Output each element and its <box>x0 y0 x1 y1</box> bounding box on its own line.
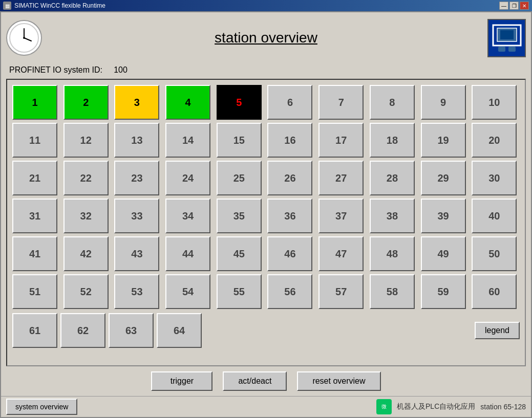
station-btn-15[interactable]: 15 <box>217 123 262 158</box>
station-btn-47[interactable]: 47 <box>318 236 364 271</box>
station-btn-40[interactable]: 40 <box>472 199 517 233</box>
last-row: 61626364 legend <box>12 313 520 348</box>
station-btn-26[interactable]: 26 <box>267 161 312 195</box>
restore-button[interactable]: ❐ <box>509 2 519 10</box>
station-btn-36[interactable]: 36 <box>267 199 312 233</box>
station-btn-59[interactable]: 59 <box>421 274 466 309</box>
main-window: station overview PROFINET IO system ID: … <box>0 11 532 418</box>
station-btn-39[interactable]: 39 <box>421 199 466 233</box>
station-btn-29[interactable]: 29 <box>421 161 466 195</box>
station-btn-13[interactable]: 13 <box>114 123 159 158</box>
minimize-button[interactable]: — <box>499 2 508 10</box>
station-btn-9[interactable]: 9 <box>421 85 466 120</box>
title-bar: ▦ SIMATIC WinCC flexible Runtime — ❐ ✕ <box>0 0 532 11</box>
trigger-button[interactable]: trigger <box>151 371 212 391</box>
station-btn-53[interactable]: 53 <box>114 274 159 309</box>
station-btn-49[interactable]: 49 <box>421 236 466 271</box>
station-btn-43[interactable]: 43 <box>114 236 159 271</box>
title-bar-text: SIMATIC WinCC flexible Runtime <box>14 2 105 9</box>
station-btn-11[interactable]: 11 <box>12 123 57 158</box>
station-btn-4[interactable]: 4 <box>165 85 210 120</box>
station-btn-61[interactable]: 61 <box>12 313 57 348</box>
app-icon: ▦ <box>3 2 11 10</box>
reset-overview-button[interactable]: reset overview <box>297 371 380 391</box>
station-btn-52[interactable]: 52 <box>63 274 109 309</box>
station-btn-20[interactable]: 20 <box>472 123 517 158</box>
station-btn-1[interactable]: 1 <box>12 85 57 120</box>
last-row-buttons: 61626364 <box>12 313 202 348</box>
window-controls: — ❐ ✕ <box>499 2 529 10</box>
svg-point-3 <box>23 37 25 39</box>
station-btn-37[interactable]: 37 <box>318 199 364 233</box>
station-btn-23[interactable]: 23 <box>114 161 159 195</box>
station-btn-33[interactable]: 33 <box>114 199 159 233</box>
station-btn-45[interactable]: 45 <box>217 236 262 271</box>
station-btn-60[interactable]: 60 <box>472 274 517 309</box>
station-btn-46[interactable]: 46 <box>267 236 312 271</box>
station-btn-44[interactable]: 44 <box>165 236 210 271</box>
station-btn-3[interactable]: 3 <box>114 85 159 120</box>
station-btn-35[interactable]: 35 <box>217 199 262 233</box>
station-btn-51[interactable]: 51 <box>12 274 57 309</box>
station-btn-24[interactable]: 24 <box>165 161 210 195</box>
station-btn-42[interactable]: 42 <box>63 236 109 271</box>
station-btn-17[interactable]: 17 <box>318 123 364 158</box>
station-btn-48[interactable]: 48 <box>370 236 415 271</box>
clock-icon <box>6 20 42 56</box>
station-btn-5[interactable]: 5 <box>217 85 262 120</box>
station-btn-2[interactable]: 2 <box>63 85 109 120</box>
title-bar-left: ▦ SIMATIC WinCC flexible Runtime <box>3 2 105 10</box>
station-btn-10[interactable]: 10 <box>472 85 517 120</box>
station-btn-62[interactable]: 62 <box>60 313 105 348</box>
station-btn-50[interactable]: 50 <box>472 236 517 271</box>
svg-rect-9 <box>508 47 516 52</box>
svg-rect-7 <box>500 30 514 39</box>
station-btn-27[interactable]: 27 <box>318 161 364 195</box>
station-btn-16[interactable]: 16 <box>267 123 312 158</box>
station-btn-64[interactable]: 64 <box>157 313 202 348</box>
footer: system overview 微 机器人及PLC自动化应用 station 6… <box>1 396 531 417</box>
station-btn-34[interactable]: 34 <box>165 199 210 233</box>
page-info: station 65-128 <box>480 403 526 411</box>
legend-button[interactable]: legend <box>475 322 520 339</box>
profinet-label: PROFINET IO system ID: <box>9 65 102 74</box>
station-btn-31[interactable]: 31 <box>12 199 57 233</box>
page-title: station overview <box>215 30 317 46</box>
station-btn-28[interactable]: 28 <box>370 161 415 195</box>
header: station overview <box>1 12 531 63</box>
profinet-value: 100 <box>114 65 127 74</box>
station-btn-14[interactable]: 14 <box>165 123 210 158</box>
station-btn-63[interactable]: 63 <box>109 313 154 348</box>
station-btn-22[interactable]: 22 <box>63 161 109 195</box>
station-btn-7[interactable]: 7 <box>318 85 364 120</box>
station-grid: 1234567891011121314151617181920212223242… <box>12 85 520 309</box>
station-btn-21[interactable]: 21 <box>12 161 57 195</box>
station-btn-58[interactable]: 58 <box>370 274 415 309</box>
act-deact-button[interactable]: act/deact <box>223 371 287 391</box>
station-btn-30[interactable]: 30 <box>472 161 517 195</box>
station-btn-38[interactable]: 38 <box>370 199 415 233</box>
station-btn-54[interactable]: 54 <box>165 274 210 309</box>
close-button[interactable]: ✕ <box>520 2 529 10</box>
bottom-toolbar: trigger act/deact reset overview <box>1 366 531 396</box>
station-btn-32[interactable]: 32 <box>63 199 109 233</box>
footer-right: 微 机器人及PLC自动化应用 station 65-128 <box>376 399 526 414</box>
header-logo <box>487 19 526 57</box>
station-btn-18[interactable]: 18 <box>370 123 415 158</box>
station-btn-41[interactable]: 41 <box>12 236 57 271</box>
station-btn-12[interactable]: 12 <box>63 123 109 158</box>
svg-rect-8 <box>498 47 505 52</box>
station-btn-6[interactable]: 6 <box>267 85 312 120</box>
station-btn-25[interactable]: 25 <box>217 161 262 195</box>
station-btn-56[interactable]: 56 <box>267 274 312 309</box>
station-btn-8[interactable]: 8 <box>370 85 415 120</box>
grid-container: 1234567891011121314151617181920212223242… <box>6 79 526 366</box>
profinet-bar: PROFINET IO system ID: 100 <box>1 63 531 79</box>
system-overview-button[interactable]: system overview <box>6 399 77 415</box>
station-btn-19[interactable]: 19 <box>421 123 466 158</box>
station-btn-57[interactable]: 57 <box>318 274 364 309</box>
watermark-text: 机器人及PLC自动化应用 <box>397 402 475 411</box>
wechat-logo: 微 <box>376 399 392 414</box>
station-btn-55[interactable]: 55 <box>217 274 262 309</box>
